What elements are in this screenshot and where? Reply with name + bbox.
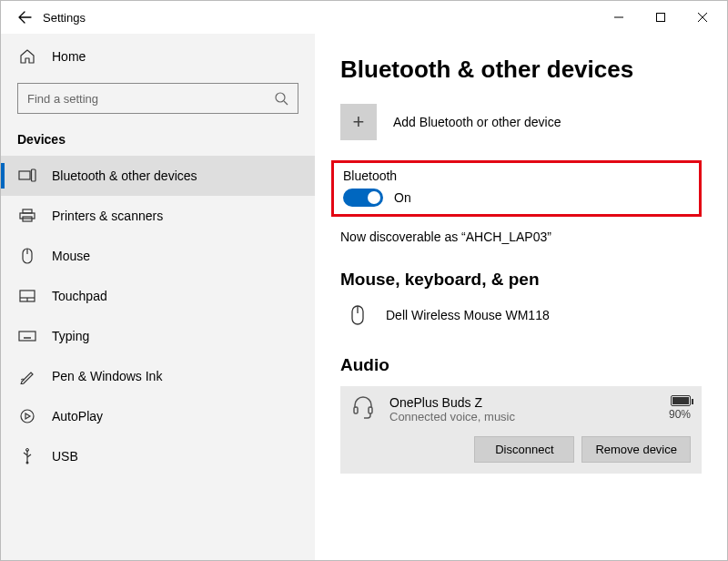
- titlebar: Settings: [1, 1, 727, 34]
- bluetooth-toggle[interactable]: [343, 189, 383, 207]
- discoverable-text: Now discoverable as “AHCH_LAP03”: [340, 230, 702, 244]
- battery-percent: 90%: [669, 408, 691, 421]
- home-label: Home: [52, 49, 86, 64]
- page-title: Bluetooth & other devices: [340, 56, 702, 84]
- touchpad-icon: [17, 290, 37, 302]
- svg-rect-6: [23, 209, 32, 213]
- sidebar-item-label: Touchpad: [52, 289, 107, 303]
- sidebar-item-label: Typing: [52, 329, 89, 343]
- window-controls: [598, 1, 723, 34]
- search-placeholder: Find a setting: [27, 92, 98, 106]
- mouse-icon: [17, 248, 37, 264]
- sidebar-item-label: USB: [52, 449, 78, 464]
- add-device-label: Add Bluetooth or other device: [393, 115, 561, 129]
- battery-indicator: 90%: [669, 395, 691, 421]
- sidebar-item-printers[interactable]: Printers & scanners: [1, 196, 315, 236]
- back-button[interactable]: [14, 6, 35, 28]
- pen-icon: [17, 368, 37, 384]
- bluetooth-toggle-state: On: [394, 190, 411, 205]
- keyboard-icon: [17, 331, 37, 342]
- audio-device-card[interactable]: OnePlus Buds Z Connected voice, music 90…: [340, 386, 702, 474]
- printer-icon: [17, 209, 37, 223]
- device-row-mouse[interactable]: Dell Wireless Mouse WM118: [340, 301, 702, 330]
- sidebar-item-pen[interactable]: Pen & Windows Ink: [1, 356, 315, 396]
- disconnect-button[interactable]: Disconnect: [474, 436, 574, 463]
- audio-device-name: OnePlus Buds Z: [389, 395, 654, 410]
- minimize-icon: [613, 12, 624, 23]
- mouse-icon: [344, 304, 371, 326]
- autoplay-icon: [17, 408, 37, 424]
- sidebar-item-bluetooth[interactable]: Bluetooth & other devices: [1, 156, 315, 196]
- device-name: Dell Wireless Mouse WM118: [386, 308, 550, 322]
- svg-point-24: [26, 462, 29, 464]
- sidebar-item-label: Pen & Windows Ink: [52, 369, 162, 383]
- audio-device-status: Connected voice, music: [389, 410, 654, 423]
- home-link[interactable]: Home: [1, 39, 315, 74]
- sidebar-item-touchpad[interactable]: Touchpad: [1, 276, 315, 316]
- svg-rect-5: [32, 169, 36, 181]
- sidebar-item-label: AutoPlay: [52, 409, 103, 423]
- sidebar-item-mouse[interactable]: Mouse: [1, 236, 315, 276]
- svg-rect-14: [19, 332, 35, 341]
- home-icon: [17, 48, 37, 65]
- plus-icon: +: [340, 104, 377, 140]
- usb-icon: [17, 448, 37, 464]
- maximize-button[interactable]: [640, 1, 682, 34]
- close-icon: [697, 12, 708, 23]
- svg-rect-27: [354, 407, 358, 413]
- search-input[interactable]: Find a setting: [17, 83, 298, 114]
- window-title: Settings: [43, 11, 86, 25]
- main-pane: Bluetooth & other devices + Add Bluetoot…: [315, 34, 727, 561]
- close-button[interactable]: [682, 1, 723, 34]
- sidebar-item-typing[interactable]: Typing: [1, 316, 315, 356]
- sidebar-item-usb[interactable]: USB: [1, 436, 315, 476]
- sidebar-item-label: Bluetooth & other devices: [52, 168, 197, 183]
- devices-icon: [17, 168, 37, 183]
- headset-icon: [351, 395, 375, 419]
- battery-icon: [671, 395, 691, 406]
- sidebar-section-title: Devices: [1, 128, 315, 156]
- remove-device-button[interactable]: Remove device: [581, 436, 691, 463]
- svg-line-3: [284, 101, 288, 105]
- mouse-section-heading: Mouse, keyboard, & pen: [340, 270, 702, 290]
- search-icon: [274, 91, 288, 106]
- sidebar-item-autoplay[interactable]: AutoPlay: [1, 396, 315, 436]
- svg-point-21: [21, 410, 34, 423]
- svg-rect-1: [657, 14, 665, 22]
- sidebar-item-label: Mouse: [52, 249, 90, 263]
- svg-point-2: [276, 93, 285, 102]
- sidebar-item-label: Printers & scanners: [52, 209, 163, 223]
- sidebar: Home Find a setting Devices Bluetooth & …: [1, 34, 315, 561]
- bluetooth-heading: Bluetooth: [343, 168, 690, 183]
- arrow-left-icon: [17, 10, 32, 25]
- bluetooth-highlight: Bluetooth On: [331, 160, 702, 217]
- audio-section-heading: Audio: [340, 355, 702, 375]
- maximize-icon: [655, 12, 666, 23]
- svg-rect-28: [369, 407, 372, 413]
- svg-rect-4: [19, 171, 30, 179]
- minimize-button[interactable]: [598, 1, 640, 34]
- add-device-button[interactable]: + Add Bluetooth or other device: [340, 104, 702, 140]
